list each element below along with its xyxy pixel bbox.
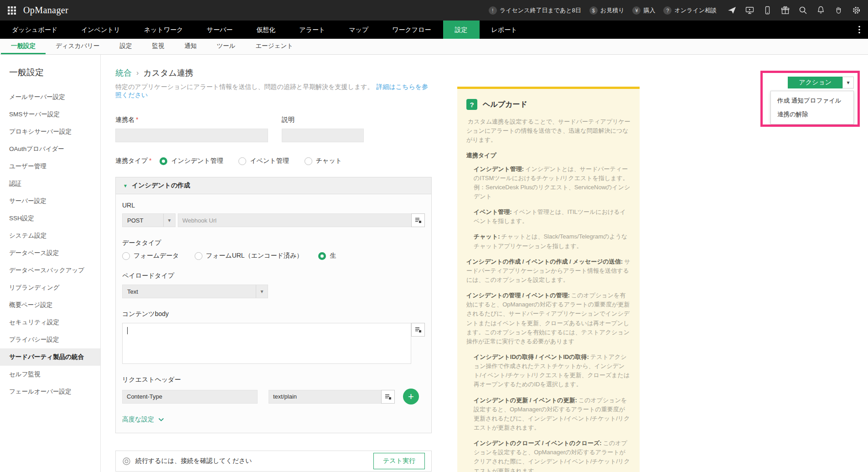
phone-icon[interactable] — [763, 6, 772, 15]
integration-type-radio[interactable]: イベント管理 — [238, 157, 289, 165]
topbar-notice[interactable]: ? オンライン相談 — [663, 6, 717, 15]
topbar-notice[interactable]: ! ライセンス終了日まであと8日 — [489, 6, 581, 15]
nav-item[interactable]: ネットワーク — [132, 21, 195, 39]
sidebar-item[interactable]: SMSサーバー設定 — [0, 106, 100, 123]
breadcrumb: 統合 › カスタム連携 — [115, 67, 432, 78]
sidebar-item[interactable]: サードパーティ製品の統合 — [0, 348, 100, 366]
datatype-radio[interactable]: フォームURL（エンコード済み） — [195, 252, 303, 260]
payload-type-select[interactable]: Text ▾ — [122, 285, 268, 298]
insert-variable-button[interactable] — [411, 323, 425, 337]
sidebar-item[interactable]: メールサーバー設定 — [0, 88, 100, 106]
http-method-select[interactable]: POST ▾ — [122, 213, 176, 227]
nav-item[interactable]: アラート — [287, 21, 337, 39]
webhook-url-input[interactable] — [178, 213, 411, 227]
section-title: インシデントの作成 — [132, 182, 190, 190]
subnav-item[interactable]: エージェント — [246, 39, 304, 54]
sidebar-item[interactable]: セルフ監視 — [0, 366, 100, 383]
search-icon[interactable] — [799, 6, 807, 15]
nav-item[interactable]: 設定 — [443, 21, 480, 39]
breadcrumb-parent-link[interactable]: 統合 — [115, 67, 132, 78]
sidebar-item[interactable]: 概要ページ設定 — [0, 296, 100, 314]
topbar-notices: ! ライセンス終了日まであと8日 $ お見積り ¥ 購入 ? オンライン相談 — [489, 6, 717, 15]
integration-type-radio[interactable]: インシデント管理 — [160, 157, 223, 165]
subnav-item[interactable]: 設定 — [109, 39, 142, 54]
help-card-body: カスタム連携を設定することで、サードパーティアプリケーションにアラートの情報を送… — [466, 117, 630, 472]
test-run-button[interactable]: テスト実行 — [373, 453, 425, 469]
integration-type-radio[interactable]: チャット — [305, 157, 342, 165]
chevron-down-icon — [158, 418, 164, 422]
sidebar-item[interactable]: フェールオーバー設定 — [0, 383, 100, 400]
action-menu-item[interactable]: 連携の解除 — [771, 108, 853, 121]
datatype-radio[interactable]: 生 — [318, 252, 336, 260]
action-menu-item[interactable]: 作成 通知プロファイル — [771, 94, 853, 108]
help-card: ? ヘルプカード カスタム連携を設定することで、サードパーティアプリケーションに… — [457, 87, 640, 472]
sidebar-item[interactable]: データベース設定 — [0, 244, 100, 262]
subnav-item[interactable]: 監視 — [142, 39, 174, 54]
header-value-input[interactable] — [269, 390, 381, 404]
request-headers-label: リクエストヘッダー — [122, 376, 425, 384]
action-dropdown-toggle[interactable]: ▾ — [842, 77, 854, 88]
radio-label: インシデント管理 — [171, 157, 223, 165]
sidebar-item[interactable]: SSH設定 — [0, 210, 100, 227]
action-button[interactable]: アクション — [788, 77, 842, 88]
sidebar-item[interactable]: プロキシサーバー設定 — [0, 123, 100, 140]
nav-item[interactable]: マップ — [337, 21, 380, 39]
sidebar-item[interactable]: ユーザー管理 — [0, 158, 100, 175]
nav-item[interactable]: レポート — [480, 21, 529, 39]
subnav-item[interactable]: 通知 — [174, 39, 207, 54]
add-header-button[interactable]: + — [403, 389, 419, 405]
content-body-textarea[interactable] — [122, 323, 411, 364]
sidebar-item[interactable]: サーバー設定 — [0, 192, 100, 210]
datatype-options: フォームデータ フォームURL（エンコード済み） 生 — [122, 252, 425, 260]
help-card-header: ? ヘルプカード — [466, 99, 630, 110]
subnav-item[interactable]: ツール — [207, 39, 245, 54]
radio-label: 生 — [330, 252, 336, 260]
topbar-notice[interactable]: ¥ 購入 — [632, 6, 655, 15]
action-menu: 作成 通知プロファイル連携の解除 — [770, 91, 854, 124]
settings-sidebar: 一般設定 メールサーバー設定SMSサーバー設定プロキシサーバー設定OAuthプロ… — [0, 55, 101, 472]
radio-icon — [318, 252, 326, 260]
header-value-wrap — [269, 390, 395, 404]
sidebar-item[interactable]: OAuthプロバイダー — [0, 140, 100, 158]
help-icon: ? — [466, 99, 477, 110]
action-button-row: アクション ▾ — [770, 77, 854, 88]
gift-icon[interactable] — [781, 6, 790, 15]
main-nav: ダッシュボードインベントリネットワークサーバー仮想化アラートマップワークフロー設… — [0, 21, 868, 39]
hand-icon[interactable] — [834, 6, 843, 15]
nav-item[interactable]: ワークフロー — [380, 21, 443, 39]
advanced-settings-link[interactable]: 高度な設定 — [122, 415, 425, 424]
radio-icon — [238, 157, 246, 165]
paper-plane-icon[interactable] — [728, 6, 736, 15]
topbar-notice[interactable]: $ お見積り — [589, 6, 625, 15]
nav-item[interactable]: インベントリ — [69, 21, 132, 39]
sidebar-item[interactable]: システム設定 — [0, 227, 100, 244]
required-mark: * — [149, 157, 151, 164]
datatype-radio[interactable]: フォームデータ — [122, 252, 179, 260]
bell-icon[interactable] — [816, 6, 825, 15]
incident-create-header[interactable]: ▼ インシデントの作成 — [116, 177, 431, 194]
subnav-item[interactable]: ディスカバリー — [46, 39, 109, 54]
radio-icon — [122, 252, 130, 260]
radio-icon — [305, 157, 312, 165]
sidebar-item[interactable]: 認証 — [0, 175, 100, 192]
sidebar-item[interactable]: データベースバックアップ — [0, 262, 100, 279]
http-method-value: POST — [127, 217, 143, 224]
nav-item[interactable]: サーバー — [195, 21, 245, 39]
breadcrumb-separator-icon: › — [136, 69, 139, 77]
sidebar-item[interactable]: プライバシー設定 — [0, 331, 100, 348]
nav-item[interactable]: 仮想化 — [244, 21, 287, 39]
gear-icon[interactable] — [852, 6, 861, 15]
sidebar-item[interactable]: セキュリティ設定 — [0, 314, 100, 331]
nav-item[interactable]: ダッシュボード — [0, 21, 69, 39]
insert-variable-button[interactable] — [381, 390, 395, 404]
apps-grid-icon[interactable] — [7, 6, 16, 15]
integration-name-input[interactable] — [115, 129, 268, 142]
description-input[interactable] — [282, 129, 364, 142]
insert-variable-button[interactable] — [411, 213, 425, 227]
sidebar-item[interactable]: リブランディング — [0, 279, 100, 296]
presentation-icon[interactable] — [745, 6, 754, 15]
overflow-menu-icon[interactable] — [851, 21, 868, 39]
incident-create-body: URL POST ▾ データタイプ フォームデータ — [116, 194, 431, 433]
subnav-item[interactable]: 一般設定 — [1, 39, 46, 54]
header-name-input[interactable] — [122, 390, 258, 404]
